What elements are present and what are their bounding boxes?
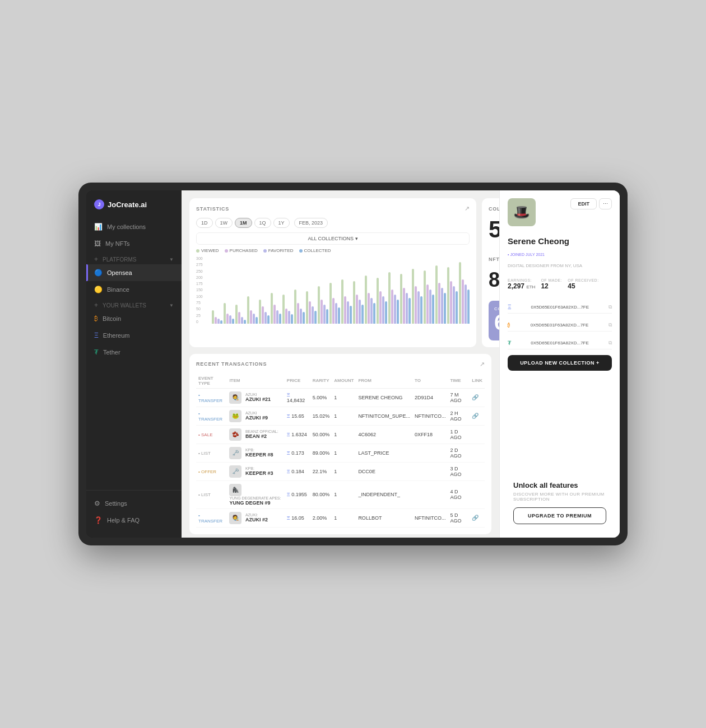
tx-rarity-cell: 50.00% bbox=[310, 425, 332, 444]
bar-21-3 bbox=[467, 290, 470, 324]
tx-collection: AZUKI: bbox=[245, 513, 268, 517]
bar-group-6 bbox=[282, 295, 293, 324]
bar-7-3 bbox=[303, 312, 305, 324]
bar-17-3 bbox=[420, 296, 422, 324]
filter-1m[interactable]: 1M bbox=[235, 218, 252, 228]
tx-time-cell: 2 D AGO bbox=[448, 444, 470, 462]
wallet-btc-copy[interactable]: ⧉ bbox=[609, 322, 612, 328]
bar-16-0 bbox=[400, 274, 402, 324]
tx-item-name: KEEPER #3 bbox=[245, 470, 273, 476]
tx-from-cell: LAST_PRICE bbox=[356, 444, 412, 462]
nfts-header: NFTS ↗ bbox=[489, 255, 499, 263]
edit-button[interactable]: EDIT bbox=[570, 198, 597, 209]
top-panels: STATISTICS ↗ 1D 1W 1M 1Q 1Y FEB, 2023 bbox=[189, 198, 491, 347]
settings-icon: ⚙ bbox=[94, 500, 100, 507]
nfts-inner: 89 DARK KNIGHTS: 15 AZUKI 21 bbox=[489, 268, 499, 296]
bar-21-0 bbox=[459, 262, 461, 324]
tx-thumb: 🗝️ bbox=[229, 447, 241, 459]
bar-7-1 bbox=[297, 303, 299, 324]
eth-price-icon: Ξ bbox=[287, 492, 290, 497]
wallets-section[interactable]: + YOUR WALLETS ▼ bbox=[86, 298, 182, 310]
tx-type-cell: SALE bbox=[196, 425, 227, 444]
wallet-eth: Ξ 0X5D65E01F63A82XD...7FE ⧉ bbox=[508, 301, 612, 314]
wallet-btc: ₿ 0X5D65E01F63A82XD...7FE ⧉ bbox=[508, 319, 612, 332]
wallet-tether-address: 0X5D65E01F63A82XD...7FE bbox=[531, 340, 589, 346]
sidebar-item-bitcoin[interactable]: ₿ Bitcoin bbox=[86, 310, 182, 327]
tx-item-cell: 🦍 YUNG DEGENERATE APES: YUNG DEGEN #9 bbox=[227, 480, 284, 508]
upload-collection-button[interactable]: UPLOAD NEW COLLECTION + bbox=[508, 355, 612, 371]
sidebar-item-collections[interactable]: 📊 My collections bbox=[86, 218, 182, 235]
sidebar-item-help[interactable]: ❓ Help & FAQ bbox=[86, 512, 182, 529]
th-event: EVENT TYPE bbox=[196, 374, 227, 389]
tx-time-cell: 4 D AGO bbox=[448, 480, 470, 508]
link-icon[interactable]: 🔗 bbox=[472, 515, 479, 521]
collection-filter-btn[interactable]: ALL COLLECTIONS ▾ bbox=[196, 232, 470, 245]
eth-price-icon: Ξ bbox=[287, 432, 290, 437]
link-icon[interactable]: 🔗 bbox=[472, 394, 479, 400]
filter-1w[interactable]: 1W bbox=[215, 218, 233, 228]
bar-0-1 bbox=[215, 317, 217, 324]
sidebar-item-ethereum[interactable]: Ξ Ethereum bbox=[86, 327, 182, 344]
bar-11-2 bbox=[347, 301, 349, 324]
upgrade-button[interactable]: UPGRADE TO PREMIUM bbox=[513, 507, 606, 524]
wallets-plus-icon: + bbox=[94, 301, 98, 309]
collections-title: COLLECTIONS bbox=[489, 206, 499, 212]
filter-1q[interactable]: 1Q bbox=[254, 218, 271, 228]
more-button[interactable]: ⋯ bbox=[599, 198, 612, 209]
bar-group-20 bbox=[447, 267, 458, 324]
wallet-tether-copy[interactable]: ⧉ bbox=[609, 340, 612, 346]
tx-expand-icon[interactable]: ↗ bbox=[480, 361, 485, 368]
nfts-label: My NFTs bbox=[105, 240, 129, 247]
tx-from-cell: _INDEPENDENT_ bbox=[356, 480, 412, 508]
th-to: TO bbox=[412, 374, 448, 389]
table-row: TRANSFER 🧑‍🎨 AZUKI: AZUKI #2 Ξ 16.05 2.0… bbox=[196, 508, 485, 527]
tx-thumb: 🐸 bbox=[229, 410, 241, 422]
sidebar-item-binance[interactable]: 🟡 Binance bbox=[86, 281, 182, 298]
main-content: STATISTICS ↗ 1D 1W 1M 1Q 1Y FEB, 2023 bbox=[182, 190, 620, 538]
platforms-section[interactable]: + PLATFORMS ▼ bbox=[86, 252, 182, 264]
date-filter[interactable]: FEB, 2023 bbox=[294, 218, 328, 228]
tx-type-cell: TRANSFER bbox=[196, 407, 227, 425]
filter-1y[interactable]: 1Y bbox=[273, 218, 290, 228]
bar-7-2 bbox=[300, 309, 302, 324]
bar-12-3 bbox=[361, 305, 364, 324]
tx-thumb: 🦍 bbox=[229, 484, 241, 496]
bar-4-3 bbox=[267, 315, 270, 324]
legend-collected: COLLECTED bbox=[299, 248, 331, 253]
bar-group-10 bbox=[329, 283, 340, 324]
opensea-icon: 🔵 bbox=[94, 269, 103, 277]
sidebar-bottom: ⚙ Settings ❓ Help & FAQ bbox=[86, 490, 182, 529]
stats-title: STATISTICS bbox=[196, 206, 229, 212]
tx-price-cell: Ξ 0.184 bbox=[285, 462, 310, 480]
profile-stats: EARNINGS: 2,297 ETH OF MADE: 12 OF RECEI… bbox=[508, 278, 612, 290]
th-link: LINK bbox=[470, 374, 485, 389]
sidebar-item-opensea[interactable]: 🔵 Opensea bbox=[86, 264, 182, 281]
table-row: TRANSFER 🐸 AZUKI AZUKI #9 Ξ 15.65 15.02%… bbox=[196, 407, 485, 425]
bar-10-3 bbox=[338, 307, 340, 324]
bar-6-0 bbox=[282, 295, 285, 324]
stats-expand-icon[interactable]: ↗ bbox=[465, 205, 470, 212]
bar-16-1 bbox=[403, 288, 405, 324]
tx-link-cell: 🔗 bbox=[470, 508, 485, 527]
bar-0-0 bbox=[212, 310, 214, 324]
sidebar-item-nfts[interactable]: 🖼 My NFTs bbox=[86, 235, 182, 252]
sidebar-item-tether[interactable]: ₮ Tether bbox=[86, 344, 182, 361]
tx-type-cell: OFFER bbox=[196, 462, 227, 480]
tx-from-cell: 4C6062 bbox=[356, 425, 412, 444]
platforms-label: PLATFORMS bbox=[103, 256, 136, 263]
bar-20-2 bbox=[453, 286, 455, 324]
wallet-eth-copy[interactable]: ⧉ bbox=[609, 304, 612, 310]
bar-20-1 bbox=[450, 281, 452, 324]
filter-1d[interactable]: 1D bbox=[196, 218, 213, 228]
bar-8-3 bbox=[314, 311, 317, 324]
sidebar-item-settings[interactable]: ⚙ Settings bbox=[86, 495, 182, 512]
link-icon[interactable]: 🔗 bbox=[472, 413, 479, 419]
bar-18-0 bbox=[424, 270, 426, 324]
legend-purchased: PURCHASED bbox=[225, 248, 258, 253]
th-rarity: RARITY bbox=[310, 374, 332, 389]
tx-item-cell: 🧑‍🎨 AZUKI: AZUKI #2 bbox=[227, 508, 284, 527]
ethereum-icon: Ξ bbox=[94, 332, 99, 339]
bar-13-0 bbox=[365, 276, 367, 324]
binance-icon: 🟡 bbox=[94, 286, 103, 293]
center-panel: STATISTICS ↗ 1D 1W 1M 1Q 1Y FEB, 2023 bbox=[182, 190, 499, 538]
